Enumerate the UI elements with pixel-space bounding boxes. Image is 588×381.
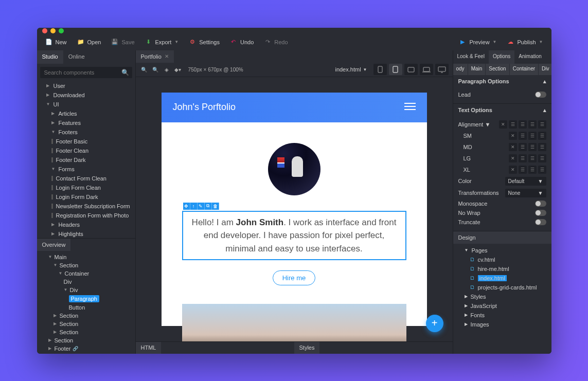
settings-button[interactable]: ⚙Settings xyxy=(185,37,224,48)
lead-toggle[interactable] xyxy=(535,92,546,98)
bc-container[interactable]: Container xyxy=(510,64,539,75)
layers-icon[interactable]: ◆▾ xyxy=(174,65,182,74)
eye-icon[interactable]: ◈ xyxy=(163,65,171,74)
md-left[interactable]: ☰ xyxy=(519,143,527,151)
new-button[interactable]: 📄New xyxy=(41,37,71,48)
studio-tab[interactable]: Studio xyxy=(37,50,63,64)
tree-footer-clean[interactable]: Footer Clean xyxy=(37,146,135,155)
lg-right[interactable]: ☰ xyxy=(538,154,546,162)
export-button[interactable]: ⬇Export▼ xyxy=(141,37,183,48)
minimize-window-button[interactable] xyxy=(50,28,56,33)
look-feel-tab[interactable]: Look & Feel xyxy=(453,50,489,64)
ov-container[interactable]: ▼Container xyxy=(37,269,135,278)
ov-div1[interactable]: Div xyxy=(37,278,135,286)
animation-tab[interactable]: Animation xyxy=(514,50,545,64)
design-pages[interactable]: ▼Pages xyxy=(453,246,551,255)
md-right[interactable]: ☰ xyxy=(538,143,546,151)
component-tree[interactable]: ▶User ▶Downloaded ▼UI ▶Articles ▶Feature… xyxy=(37,81,135,238)
tree-contact-form[interactable]: Contact Form Clean xyxy=(37,174,135,183)
tree-login-dark[interactable]: Login Form Dark xyxy=(37,192,135,202)
page-canvas[interactable]: John's Porftolio ✥ ↑ ✎ ⧉ 🗑 xyxy=(162,93,427,326)
xl-none[interactable]: ✕ xyxy=(509,166,517,174)
md-none[interactable]: ✕ xyxy=(509,143,517,151)
ov-main[interactable]: ▼Main xyxy=(37,253,135,261)
edit-handle[interactable]: ✎ xyxy=(198,203,205,210)
hire-me-button[interactable]: Hire me xyxy=(273,270,316,285)
search-icon[interactable]: 🔍 xyxy=(121,69,129,76)
transformations-select[interactable]: None▼ xyxy=(505,189,546,197)
device-laptop[interactable] xyxy=(420,64,433,75)
maximize-window-button[interactable] xyxy=(59,28,64,33)
device-tablet-portrait[interactable] xyxy=(389,64,402,75)
online-tab[interactable]: Online xyxy=(63,50,90,64)
truncate-toggle[interactable] xyxy=(535,219,546,225)
lg-left[interactable]: ☰ xyxy=(519,154,527,162)
monospace-toggle[interactable] xyxy=(535,201,546,207)
ov-div2[interactable]: ▼Div xyxy=(37,286,135,294)
canvas-viewport[interactable]: John's Porftolio ✥ ↑ ✎ ⧉ 🗑 xyxy=(136,77,453,341)
tree-login-clean[interactable]: Login Form Clean xyxy=(37,183,135,192)
selected-paragraph[interactable]: ✥ ↑ ✎ ⧉ 🗑 Hello! I am John Smith. I work… xyxy=(182,211,406,261)
nowrap-toggle[interactable] xyxy=(535,210,546,216)
outline-tree[interactable]: ▼Main ▼Section ▼Container Div ▼Div Parag… xyxy=(37,251,135,354)
xl-left[interactable]: ☰ xyxy=(519,166,527,174)
bc-main[interactable]: Main xyxy=(468,64,486,75)
tree-articles[interactable]: ▶Articles xyxy=(37,109,135,118)
close-window-button[interactable] xyxy=(42,28,47,33)
intro-paragraph[interactable]: Hello! I am John Smith. I work as interf… xyxy=(191,216,397,256)
design-images[interactable]: ▶Images xyxy=(453,320,551,329)
sm-right[interactable]: ☰ xyxy=(538,132,546,140)
color-select[interactable]: Default▼ xyxy=(505,177,546,186)
design-panel-header[interactable]: Design xyxy=(453,231,551,244)
move-handle[interactable]: ✥ xyxy=(183,203,190,210)
tree-footer-basic[interactable]: Footer Basic xyxy=(37,137,135,146)
ov-button[interactable]: Button xyxy=(37,303,135,312)
bc-section[interactable]: Section xyxy=(486,64,509,75)
tree-downloaded[interactable]: ▶Downloaded xyxy=(37,90,135,100)
lg-center[interactable]: ☰ xyxy=(528,154,537,162)
publish-button[interactable]: ☁Publish▼ xyxy=(503,37,547,48)
align-justify[interactable]: ☰ xyxy=(538,120,546,129)
save-button[interactable]: 💾Save xyxy=(107,37,138,48)
file-hire[interactable]: 🗋hire-me.html xyxy=(453,264,551,274)
ov-section5[interactable]: ▶Section xyxy=(37,336,135,344)
redo-button[interactable]: ↷Redo xyxy=(260,37,292,48)
file-index[interactable]: 🗋index.html xyxy=(453,274,551,283)
hamburger-icon[interactable] xyxy=(404,102,416,113)
ov-footer[interactable]: ▶Footer 🔗 xyxy=(37,344,135,353)
close-tab-icon[interactable]: ✕ xyxy=(165,53,169,59)
search-components-input[interactable] xyxy=(40,67,132,78)
align-left[interactable]: ☰ xyxy=(509,120,517,129)
undo-button[interactable]: ↶Undo xyxy=(226,37,258,48)
xl-center[interactable]: ☰ xyxy=(528,166,537,174)
ov-section3[interactable]: ▶Section xyxy=(37,320,135,328)
tree-newsletter[interactable]: Newsletter Subscription Form xyxy=(37,202,135,211)
design-styles[interactable]: ▶Styles xyxy=(453,292,551,301)
tree-registration[interactable]: Registration Form with Photo xyxy=(37,211,135,220)
bc-div[interactable]: Div xyxy=(539,64,551,75)
hero-image[interactable] xyxy=(182,304,406,341)
avatar-image[interactable] xyxy=(268,143,320,195)
device-mobile[interactable] xyxy=(373,64,387,75)
align-right[interactable]: ☰ xyxy=(528,120,537,129)
html-tab[interactable]: HTML xyxy=(136,342,162,354)
file-cv[interactable]: 🗋cv.html xyxy=(453,255,551,264)
document-tab[interactable]: Portfolio✕ xyxy=(136,50,174,63)
device-desktop[interactable] xyxy=(435,64,449,75)
tree-forms[interactable]: ▼Forms xyxy=(37,165,135,174)
zoom-out-icon[interactable]: 🔍 xyxy=(151,65,159,74)
up-handle[interactable]: ↑ xyxy=(190,203,198,210)
tree-features[interactable]: ▶Features xyxy=(37,118,135,128)
page-header[interactable]: John's Porftolio xyxy=(162,93,427,122)
lg-none[interactable]: ✕ xyxy=(509,154,517,162)
tree-footer-dark[interactable]: Footer Dark xyxy=(37,155,135,165)
design-fonts[interactable]: ▶Fonts xyxy=(453,311,551,320)
copy-handle[interactable]: ⧉ xyxy=(205,203,212,210)
file-dropdown[interactable]: index.html▼ xyxy=(331,64,371,75)
options-tab[interactable]: Options xyxy=(489,50,514,64)
device-tablet-landscape[interactable] xyxy=(404,64,418,75)
overview-tab[interactable]: Overview xyxy=(37,239,71,251)
ov-section4[interactable]: ▶Section xyxy=(37,328,135,336)
add-fab-button[interactable]: + xyxy=(426,315,443,332)
open-button[interactable]: 📁Open xyxy=(73,37,105,48)
